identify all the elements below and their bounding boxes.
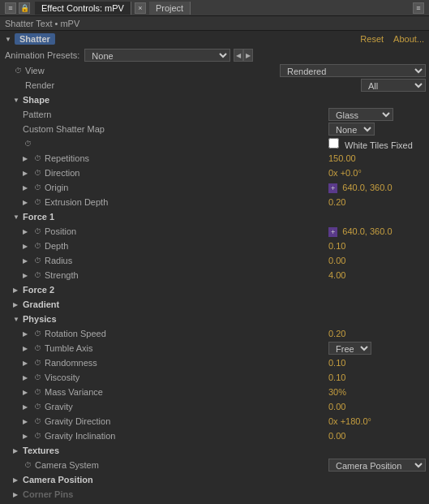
render-dropdown[interactable]: All [361, 79, 426, 92]
reset-about-group: Reset About... [360, 34, 424, 44]
panel-menu-icon[interactable]: ≡ [5, 2, 16, 14]
view-dropdown[interactable]: Rendered [280, 64, 426, 77]
radius-value[interactable]: 0.00 [328, 256, 426, 265]
gravity-expand-icon[interactable] [23, 403, 29, 410]
gradient-section-header[interactable]: Gradient [0, 297, 429, 312]
title-bar-icons: ≡ 🔒 [5, 2, 30, 14]
origin-stopwatch-icon[interactable]: ⏱ [32, 183, 42, 192]
panel-options-icon[interactable]: ≡ [413, 2, 424, 14]
repetitions-value[interactable]: 150.00 [328, 153, 426, 163]
rotation-speed-expand-icon[interactable] [23, 330, 29, 337]
extrusion-depth-stopwatch-icon[interactable]: ⏱ [32, 197, 42, 207]
extrusion-depth-expand-icon[interactable] [23, 199, 29, 205]
gravity-stopwatch-icon[interactable]: ⏱ [32, 402, 42, 411]
textures-title: Textures [23, 446, 59, 455]
gravity-value[interactable]: 0.00 [328, 402, 426, 411]
gradient-collapse-icon[interactable] [13, 301, 19, 308]
extrusion-depth-value[interactable]: 0.20 [328, 197, 426, 207]
mass-variance-stopwatch-icon[interactable]: ⏱ [32, 387, 42, 397]
gravity-direction-expand-icon[interactable] [23, 418, 29, 424]
repetitions-expand-icon[interactable] [23, 155, 29, 162]
depth-expand-icon[interactable] [23, 243, 29, 249]
mass-variance-expand-icon[interactable] [23, 389, 29, 395]
reset-button[interactable]: Reset [360, 34, 384, 44]
preset-prev-arrow[interactable]: ◀ [234, 49, 243, 62]
about-button[interactable]: About... [393, 34, 424, 44]
direction-stopwatch-icon[interactable]: ⏱ [32, 168, 42, 178]
randomness-value[interactable]: 0.10 [328, 358, 426, 368]
shape-section-header[interactable]: Shape [0, 93, 429, 107]
animation-presets-dropdown[interactable]: None [84, 49, 230, 62]
origin-value: + 640.0, 360.0 [328, 183, 426, 193]
force2-collapse-icon[interactable] [13, 286, 19, 293]
radius-expand-icon[interactable] [23, 257, 29, 264]
randomness-stopwatch-icon[interactable]: ⏱ [32, 358, 42, 368]
shatter-badge: Shatter [15, 33, 55, 45]
textures-section-header[interactable]: Textures [0, 443, 429, 458]
force1-title: Force 1 [23, 212, 54, 222]
tab-effect-controls[interactable]: Effect Controls: mPV [35, 2, 131, 15]
depth-row: ⏱ Depth 0.10 [0, 239, 429, 253]
tumble-axis-dropdown[interactable]: Free [328, 342, 371, 355]
shape-collapse-icon[interactable] [13, 97, 19, 103]
force1-collapse-icon[interactable] [13, 213, 19, 220]
depth-stopwatch-icon[interactable]: ⏱ [32, 241, 42, 251]
gravity-direction-value[interactable]: 0x +180.0° [328, 416, 426, 426]
mass-variance-value[interactable]: 30% [328, 387, 426, 397]
depth-value[interactable]: 0.10 [328, 241, 426, 251]
strength-stopwatch-icon[interactable]: ⏱ [32, 270, 42, 280]
pattern-value: Glass [328, 108, 426, 121]
camera-system-dropdown[interactable]: Camera Position [328, 459, 426, 472]
shape-title: Shape [23, 95, 49, 105]
gravity-direction-stopwatch-icon[interactable]: ⏱ [32, 416, 42, 426]
white-tiles-stopwatch-icon[interactable]: ⏱ [23, 139, 32, 149]
rotation-speed-stopwatch-icon[interactable]: ⏱ [32, 329, 42, 338]
lock-icon[interactable]: 🔒 [19, 2, 30, 14]
gravity-inclination-stopwatch-icon[interactable]: ⏱ [32, 431, 42, 441]
strength-expand-icon[interactable] [23, 272, 29, 278]
viscosity-label: Viscosity [45, 373, 328, 382]
tumble-axis-expand-icon[interactable] [23, 345, 29, 351]
strength-row: ⏱ Strength 4.00 [0, 268, 429, 282]
camera-position-collapse-icon[interactable] [13, 476, 19, 483]
gravity-inclination-value[interactable]: 0.00 [328, 431, 426, 441]
white-tiles-row: ⏱ White Tiles Fixed [0, 136, 429, 151]
close-tab-icon[interactable]: × [135, 2, 146, 14]
viscosity-expand-icon[interactable] [23, 374, 29, 381]
viscosity-stopwatch-icon[interactable]: ⏱ [32, 373, 42, 382]
corner-pins-section-header[interactable]: Corner Pins [0, 487, 429, 502]
custom-shatter-dropdown[interactable]: None [328, 123, 375, 136]
origin-expand-icon[interactable] [23, 184, 29, 191]
camera-position-section-header[interactable]: Camera Position [0, 472, 429, 487]
view-stopwatch-icon[interactable]: ⏱ [13, 66, 23, 75]
force1-section-header[interactable]: Force 1 [0, 209, 429, 224]
corner-pins-collapse-icon[interactable] [13, 491, 19, 498]
pattern-dropdown[interactable]: Glass [328, 108, 393, 121]
force2-section-header[interactable]: Force 2 [0, 282, 429, 297]
position-stopwatch-icon[interactable]: ⏱ [32, 226, 42, 236]
randomness-expand-icon[interactable] [23, 360, 29, 366]
camera-system-stopwatch-icon[interactable]: ⏱ [23, 460, 32, 470]
extrusion-depth-row: ⏱ Extrusion Depth 0.20 [0, 195, 429, 209]
preset-next-arrow[interactable]: ▶ [243, 49, 253, 62]
tab-project[interactable]: Project [149, 2, 191, 15]
tumble-axis-row: ⏱ Tumble Axis Free [0, 341, 429, 355]
direction-value[interactable]: 0x +0.0° [328, 168, 426, 178]
textures-collapse-icon[interactable] [13, 447, 19, 454]
white-tiles-checkbox[interactable] [328, 138, 339, 149]
strength-value[interactable]: 4.00 [328, 270, 426, 280]
physics-section-header[interactable]: Physics [0, 312, 429, 326]
physics-collapse-icon[interactable] [13, 316, 19, 322]
shatter-collapse-icon[interactable] [5, 36, 11, 42]
rotation-speed-value[interactable]: 0.20 [328, 329, 426, 338]
direction-expand-icon[interactable] [23, 170, 29, 176]
viscosity-value[interactable]: 0.10 [328, 373, 426, 382]
camera-system-value: Camera Position [328, 459, 426, 472]
position-expand-icon[interactable] [23, 228, 29, 235]
radius-stopwatch-icon[interactable]: ⏱ [32, 256, 42, 265]
camera-position-title: Camera Position [23, 475, 93, 485]
gravity-inclination-expand-icon[interactable] [23, 433, 29, 439]
tumble-axis-stopwatch-icon[interactable]: ⏱ [32, 343, 42, 353]
repetitions-stopwatch-icon[interactable]: ⏱ [32, 153, 42, 163]
content-area[interactable]: Shatter Reset About... Animation Presets… [0, 31, 429, 502]
